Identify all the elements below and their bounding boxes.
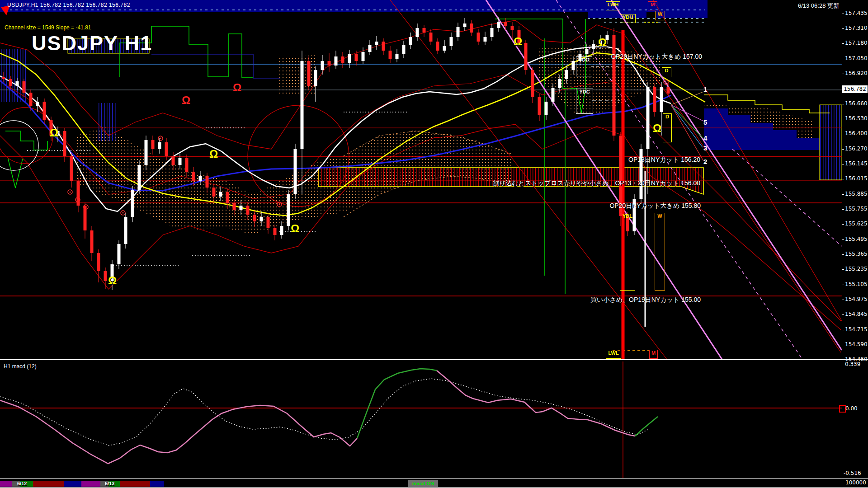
fan-lines — [671, 92, 703, 161]
corner-arrow — [1, 5, 10, 15]
sell-dot-5 — [158, 136, 163, 141]
hatch-band-under-title — [68, 39, 149, 53]
chart-canvas[interactable] — [0, 0, 868, 488]
macd-main-pink-2 — [437, 371, 635, 436]
hatch-blue-future — [820, 105, 842, 180]
sell-dot-4 — [121, 211, 125, 215]
macd-main-green-2 — [635, 417, 658, 436]
blue-step-1 — [151, 54, 280, 78]
red-diag-1 — [653, 0, 842, 321]
macd-main-pink-1 — [0, 400, 357, 464]
sell-dot-1 — [68, 190, 72, 194]
macd-signal — [0, 379, 649, 446]
trading-chart-window: USDJPY,H1 156.782 156.782 156.782 156.78… — [0, 0, 868, 488]
macd-main-green-1 — [357, 369, 437, 438]
